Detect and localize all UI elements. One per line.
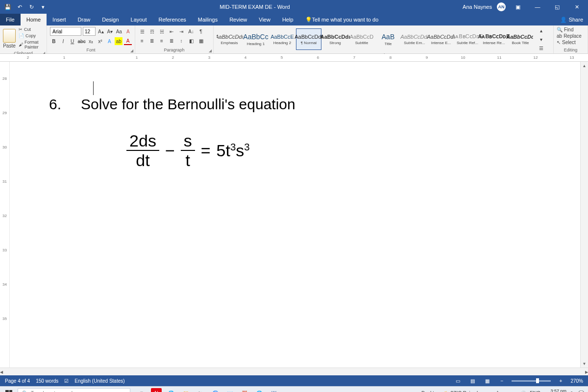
align-right-button[interactable]: ≡ — [158, 37, 166, 45]
vertical-ruler[interactable]: 2829303132333435 — [0, 62, 10, 368]
font-name-input[interactable] — [50, 27, 81, 36]
format-painter-button[interactable]: 🖌Format Painter — [18, 39, 44, 50]
undo-icon[interactable]: ↶ — [16, 3, 24, 11]
qat-customize-icon[interactable]: ▾ — [39, 3, 47, 11]
maximize-icon[interactable]: ◱ — [550, 0, 564, 14]
print-layout-button[interactable]: ▤ — [467, 376, 477, 385]
align-left-button[interactable]: ≡ — [138, 37, 146, 45]
taskbar-edge-icon[interactable]: 🌀 — [210, 388, 220, 392]
zoom-in-button[interactable]: + — [556, 376, 565, 385]
show-paragraph-marks-button[interactable]: ¶ — [197, 27, 205, 35]
tell-me-search[interactable]: 💡 Tell me what you want to do — [299, 14, 385, 25]
numbering-button[interactable]: ☶ — [148, 27, 156, 35]
web-layout-button[interactable]: ▦ — [482, 376, 492, 385]
grow-font-button[interactable]: A▴ — [97, 27, 105, 35]
select-button[interactable]: ↖Select — [557, 40, 582, 45]
font-color-button[interactable]: A — [124, 37, 132, 45]
taskbar-search[interactable]: 🔍 Type here to search — [18, 388, 130, 392]
borders-button[interactable]: ▦ — [197, 37, 205, 45]
scroll-up-icon[interactable]: ▲ — [581, 62, 588, 70]
bullets-button[interactable]: ☰ — [138, 27, 146, 35]
ribbon-display-options-icon[interactable]: ▣ — [511, 0, 525, 14]
bold-button[interactable]: B — [50, 37, 58, 45]
user-name[interactable]: Ana Naynes — [463, 4, 492, 10]
align-center-button[interactable]: ≣ — [148, 37, 156, 45]
user-avatar[interactable]: AN — [497, 2, 506, 11]
taskbar-explorer-icon[interactable]: 📁 — [180, 388, 191, 392]
justify-button[interactable]: ≣ — [168, 37, 175, 45]
styles-expand[interactable]: ☰ — [537, 44, 545, 52]
style-heading-1[interactable]: AaBbCcHeading 1 — [243, 28, 269, 50]
zoom-slider[interactable] — [512, 380, 551, 382]
document-page[interactable]: 6. Solve for the Bernoulli's equation 2d… — [10, 62, 580, 368]
start-button[interactable] — [0, 387, 18, 392]
copy-button[interactable]: 📄Copy — [18, 33, 44, 39]
tab-layout[interactable]: Layout — [125, 14, 153, 25]
strikethrough-button[interactable]: abc — [78, 37, 86, 45]
style-intense-re-[interactable]: AᴀBʙCᴄDᴅEIntense Re... — [481, 28, 507, 50]
styles-scroll-up[interactable]: ▴ — [537, 26, 545, 34]
redo-icon[interactable]: ↻ — [27, 3, 35, 11]
taskbar-chrome2-icon[interactable]: 🌐 — [254, 388, 265, 392]
tab-draw[interactable]: Draw — [72, 14, 97, 25]
cut-button[interactable]: ✂Cut — [18, 26, 44, 32]
tab-mailings[interactable]: Mailings — [192, 14, 223, 25]
find-button[interactable]: 🔍Find — [557, 27, 582, 32]
horizontal-ruler[interactable]: 211234567891011121314 — [0, 54, 588, 62]
multilevel-list-button[interactable]: ☵ — [158, 27, 166, 35]
spellcheck-icon[interactable]: ☑ — [64, 378, 69, 384]
text-effects-button[interactable]: A — [105, 37, 113, 45]
zoom-out-button[interactable]: − — [497, 376, 507, 385]
clear-formatting-button[interactable]: A — [124, 27, 132, 35]
subscript-button[interactable]: x₂ — [87, 37, 95, 45]
close-icon[interactable]: ✕ — [569, 0, 584, 14]
save-icon[interactable]: 💾 — [4, 3, 12, 11]
replace-button[interactable]: abReplace — [557, 33, 582, 39]
style-intense-e-[interactable]: AaBbCcDdıIntense E... — [428, 28, 454, 50]
tab-review[interactable]: Review — [223, 14, 253, 25]
change-case-button[interactable]: Aa — [115, 27, 123, 35]
font-dialog-launcher[interactable]: ◢ — [130, 49, 133, 53]
page-indicator[interactable]: Page 4 of 4 — [5, 378, 30, 384]
increase-indent-button[interactable]: ⇥ — [177, 27, 185, 35]
styles-scroll-down[interactable]: ▾ — [537, 35, 545, 43]
shading-button[interactable]: ◧ — [187, 37, 195, 45]
scroll-down-icon[interactable]: ▼ — [581, 360, 588, 368]
tab-view[interactable]: View — [253, 14, 276, 25]
font-size-input[interactable] — [83, 27, 96, 36]
read-mode-button[interactable]: ▭ — [453, 376, 463, 385]
taskbar-app-1[interactable]: N — [151, 388, 162, 392]
style-subtitle[interactable]: AaBbCcDSubtitle — [349, 28, 374, 50]
underline-button[interactable]: U — [69, 37, 76, 45]
decrease-indent-button[interactable]: ⇤ — [168, 27, 175, 35]
share-button[interactable]: 👤Share — [555, 14, 588, 25]
tab-help[interactable]: Help — [276, 14, 299, 25]
tab-insert[interactable]: Insert — [47, 14, 72, 25]
vertical-scrollbar[interactable]: ▲ ▼ — [580, 62, 588, 368]
tab-file[interactable]: File — [0, 14, 21, 25]
tab-home[interactable]: Home — [21, 14, 47, 25]
taskbar-clock[interactable]: 3:57 pm 12/10/2021 — [544, 389, 566, 392]
italic-button[interactable]: I — [59, 37, 67, 45]
taskbar-app-3[interactable]: 🧮 — [239, 388, 250, 392]
style-subtle-em-[interactable]: AaBbCcDdıSubtle Em... — [402, 28, 427, 50]
task-view-button[interactable]: ⧉ — [136, 388, 147, 392]
style-book-title[interactable]: AaBbCcDdBook Title — [508, 28, 533, 50]
shrink-font-button[interactable]: A▾ — [106, 27, 114, 35]
taskbar-store-icon[interactable]: 🛍 — [195, 388, 206, 392]
minimize-icon[interactable]: — — [530, 0, 545, 14]
style-subtle-ref-[interactable]: AᴀBʙCᴄDᴅESubtle Ref... — [455, 28, 480, 50]
scroll-right-icon[interactable]: ▶ — [585, 368, 588, 376]
zoom-level[interactable]: 270% — [570, 378, 583, 384]
style-strong[interactable]: AaBbCcDdıStrong — [322, 28, 348, 50]
superscript-button[interactable]: x² — [97, 37, 104, 45]
style-emphasis[interactable]: AaBbCcDdıEmphasis — [217, 28, 242, 50]
style--normal[interactable]: AaBbCcDdı¶ Normal — [296, 28, 321, 50]
line-spacing-button[interactable]: ↕ — [177, 37, 185, 45]
tab-references[interactable]: References — [153, 14, 192, 25]
paste-button[interactable]: Paste — [3, 28, 16, 49]
taskbar-app-2[interactable]: 📧 — [224, 388, 235, 392]
tab-design[interactable]: Design — [96, 14, 124, 25]
horizontal-scrollbar[interactable]: ◀ ▶ — [0, 368, 588, 375]
style-title[interactable]: AaBTitle — [375, 28, 401, 50]
